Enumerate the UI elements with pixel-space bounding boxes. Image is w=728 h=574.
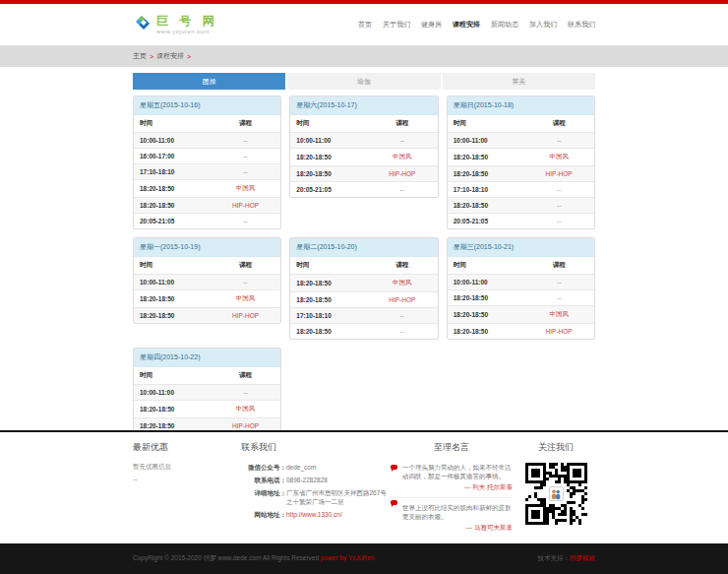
table-row: 18:20-18:50HIP-HOP [134, 308, 280, 324]
speech-bubble-icon [391, 465, 397, 470]
site-header: 巨 号 网 www.yzjuren.com 首页关于我们健身房课程安排新闻动态加… [0, 4, 728, 45]
contact-value: 0898-2282828 [286, 476, 387, 485]
course-cell: -- [211, 385, 281, 401]
quote-author: --- 马雅可夫斯基 [402, 524, 513, 533]
table-row: 16:00-17:00-- [134, 149, 280, 164]
contact-value[interactable]: http://www.1330.cn/ [286, 510, 387, 520]
nav-item-加入我们[interactable]: 加入我们 [529, 20, 557, 30]
course-cell: -- [211, 133, 281, 149]
main-content: 团操瑜伽莱美 星期五(2015-10-16)时间课程10:00-11:00--1… [0, 67, 728, 430]
day-panel: 星期日(2015-10-18)时间课程10:00-11:00--18:20-18… [447, 96, 595, 229]
nav-item-首页[interactable]: 首页 [358, 20, 372, 30]
time-cell: 17:10-18:10 [134, 164, 211, 180]
day-panel-title: 星期六(2015-10-17) [290, 96, 437, 115]
table-row: 18:20-18:50-- [290, 324, 437, 340]
course-cell: 中国风 [211, 401, 281, 418]
time-column-header: 时间 [290, 257, 367, 275]
day-schedule-table: 时间课程10:00-11:00--16:00-17:00--17:10-18:1… [134, 115, 280, 228]
tab-瑜伽[interactable]: 瑜伽 [287, 73, 440, 90]
nav-item-健身房[interactable]: 健身房 [421, 20, 442, 30]
course-cell: -- [211, 164, 281, 180]
time-cell: 10:00-11:00 [448, 133, 524, 149]
time-cell: 10:00-11:00 [134, 133, 211, 149]
course-column-header: 课程 [211, 367, 281, 385]
quote-item: 世界上没有比结实的肌肉和新鲜的皮肤更美丽的衣服。--- 马雅可夫斯基 [391, 497, 513, 533]
time-cell: 20:05-21:05 [290, 182, 367, 198]
copyright-text: CopyRight © 2015-2020 织梦 www.dede.com Al… [133, 554, 374, 563]
course-cell: -- [523, 214, 594, 229]
time-cell: 20:05-21:05 [448, 214, 524, 229]
course-cell: 中国风 [367, 149, 438, 166]
nav-item-新闻动态[interactable]: 新闻动态 [491, 20, 518, 30]
follow-heading: 关注我们 [516, 441, 595, 454]
time-column-header: 时间 [290, 115, 367, 133]
course-cell: -- [523, 133, 594, 149]
footer-quotes-section: 至理名言 一个埋头脑力劳动的人，如果不经常活动四肢，那是一件极其痛苦的事情。--… [387, 441, 516, 538]
support-link[interactable]: 织梦模板 [570, 554, 595, 561]
time-cell: 18:20-18:50 [290, 275, 367, 292]
time-cell: 16:00-17:00 [134, 149, 211, 164]
table-row: 20:05-21:05-- [134, 214, 280, 229]
table-row: 20:05-21:05-- [290, 182, 437, 198]
table-row: 18:20-18:50中国风 [134, 180, 280, 198]
speech-bubble-icon [391, 500, 397, 505]
site-logo[interactable]: 巨 号 网 www.yzjuren.com [133, 13, 218, 36]
course-cell: 中国风 [211, 290, 281, 308]
table-row: 10:00-11:00-- [134, 133, 280, 149]
quote-text: 一个埋头脑力劳动的人，如果不经常活动四肢，那是一件极其痛苦的事情。 [402, 463, 513, 481]
tab-团操[interactable]: 团操 [133, 73, 285, 90]
table-row: 10:00-11:00-- [448, 133, 594, 149]
table-row: 18:20-18:50中国风 [290, 275, 437, 292]
course-column-header: 课程 [211, 115, 281, 133]
course-cell: HIP-HOP [367, 166, 438, 182]
contact-label: 微信公众号： [241, 463, 286, 473]
logo-title: 巨 号 网 [156, 15, 218, 27]
breadcrumb-separator-icon: > [187, 53, 191, 60]
course-column-header: 课程 [523, 115, 594, 133]
contact-label: 网站地址： [241, 510, 286, 520]
contact-value: 广东省广州市思明区天祥西路267号之十繁荣广场一二层 [286, 488, 387, 508]
day-panel: 星期二(2015-10-20)时间课程18:20-18:50中国风18:20-1… [289, 237, 438, 340]
table-row: 10:00-11:00-- [290, 133, 437, 149]
contact-list: 微信公众号：dede_com联系电话：0898-2282828详细地址：广东省广… [241, 463, 387, 520]
contact-value: dede_com [286, 463, 387, 473]
promo-lines: 暂无优惠信息-- [133, 463, 241, 482]
quotes-heading: 至理名言 [391, 441, 513, 454]
course-column-header: 课程 [367, 115, 438, 133]
time-cell: 10:00-11:00 [134, 385, 211, 401]
course-cell: HIP-HOP [211, 308, 281, 324]
qr-code [525, 463, 587, 525]
day-schedule-table: 时间课程18:20-18:50中国风18:20-18:50HIP-HOP17:1… [290, 257, 437, 339]
logo-subtitle: www.yzjuren.com [156, 29, 218, 34]
table-row: 18:20-18:50HIP-HOP [448, 324, 594, 340]
table-row: 18:20-18:50中国风 [448, 306, 594, 324]
nav-item-联系我们[interactable]: 联系我们 [568, 20, 595, 30]
course-cell: -- [211, 214, 281, 229]
promo-line: 暂无优惠信息 [133, 463, 241, 472]
contact-heading: 联系我们 [241, 441, 387, 454]
copyright-prefix: CopyRight © 2015-2020 织梦 www.dede.com Al… [133, 554, 321, 561]
breadcrumb-item[interactable]: 课程安排 [156, 51, 184, 61]
time-cell: 18:20-18:50 [134, 198, 211, 214]
time-cell: 18:20-18:50 [134, 180, 211, 198]
breadcrumb-bar: 主页 >课程安排 > [0, 45, 728, 67]
nav-item-关于我们[interactable]: 关于我们 [383, 20, 410, 30]
copyright-powered-by[interactable]: power by YzJuRen [321, 554, 374, 561]
nav-item-课程安排[interactable]: 课程安排 [453, 20, 480, 30]
contact-row: 微信公众号：dede_com [241, 463, 387, 473]
table-row: 17:10-18:10-- [134, 164, 280, 180]
course-cell: 中国风 [523, 306, 594, 324]
promo-heading: 最新优惠 [133, 441, 241, 454]
table-row: 18:20-18:50HIP-HOP [290, 166, 437, 182]
tab-莱美[interactable]: 莱美 [443, 73, 595, 90]
course-cell: -- [367, 324, 438, 340]
time-cell: 18:20-18:50 [134, 290, 211, 308]
course-cell: 中国风 [367, 275, 438, 292]
course-column-header: 课程 [523, 257, 594, 275]
breadcrumb-item[interactable]: 主页 [133, 51, 147, 61]
course-cell: -- [211, 275, 281, 290]
day-panel: 星期三(2015-10-21)时间课程10:00-11:00--18:20-18… [447, 237, 595, 340]
table-row: 18:20-18:50中国风 [134, 290, 280, 308]
day-panel-title: 星期二(2015-10-20) [290, 238, 437, 257]
time-cell: 17:10-18:10 [448, 182, 524, 198]
